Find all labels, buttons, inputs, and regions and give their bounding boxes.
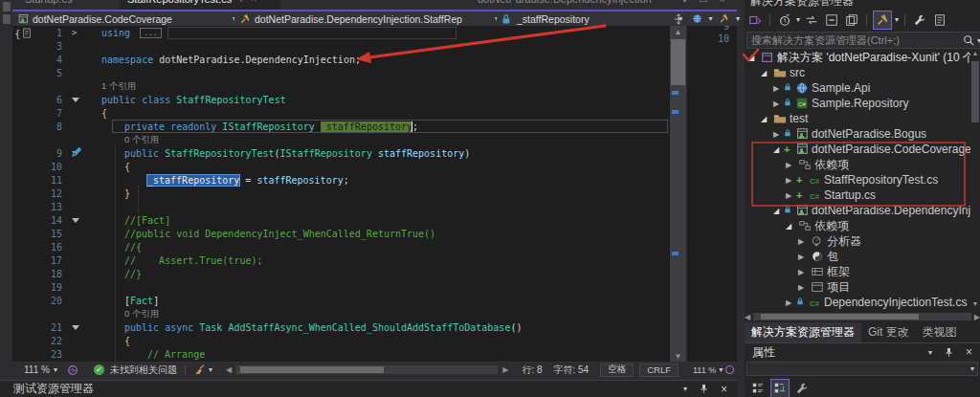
code-line[interactable]: 5	[12, 66, 670, 79]
tree-item[interactable]: ◢依赖项	[745, 218, 970, 233]
close-icon[interactable]: ×	[966, 345, 972, 359]
switch-views-icon[interactable]	[746, 11, 764, 29]
tree-collapse-arrow[interactable]: ◢	[773, 207, 784, 215]
code-line[interactable]: 10{	[12, 160, 670, 173]
spaces-toggle-button[interactable]: 空格	[600, 364, 634, 377]
health-message[interactable]: 未找到相关问题	[110, 364, 177, 377]
codelens-row[interactable]: 1 个引用	[12, 79, 670, 93]
close-icon[interactable]: ×	[719, 0, 724, 5]
line-ending-button[interactable]: CRLF	[639, 364, 679, 377]
tree-item[interactable]: ▶分析器	[745, 233, 970, 249]
tree-item[interactable]: ▶包	[745, 249, 970, 264]
code-line[interactable]: 13	[12, 200, 670, 213]
status-line[interactable]: 行: 8	[522, 364, 542, 377]
code-line[interactable]: 18//}	[12, 267, 670, 280]
split-code-editor[interactable]: 9 10	[687, 26, 737, 362]
codelens-references[interactable]: 1 个引用	[101, 80, 136, 93]
window-position-icon[interactable]: ▾	[683, 385, 687, 393]
code-editor[interactable]: { 1>using ...34namespace dotNetParadise.…	[12, 26, 670, 362]
open-files-filter-icon[interactable]	[776, 11, 793, 29]
breadcrumb-project-dropdown[interactable]: dotNetParadise.CodeCoverage ▾	[12, 11, 241, 26]
codelens-row[interactable]: 0 个引用	[12, 307, 670, 320]
tree-item[interactable]: ▶Sample.Api	[745, 80, 970, 96]
tree-item[interactable]: ▶项目	[745, 279, 970, 295]
file-health-indicator-icon[interactable]	[67, 364, 78, 376]
tree-expand-arrow[interactable]: ▶	[786, 176, 796, 185]
scrollbar-thumb[interactable]	[240, 366, 384, 373]
scrollbar-thumb[interactable]	[671, 39, 685, 85]
properties-icon[interactable]	[911, 11, 928, 29]
tree-item[interactable]: ▶C#Sample.Repository	[745, 96, 970, 111]
code-line[interactable]: 7{	[12, 106, 670, 120]
property-pages-icon[interactable]	[793, 380, 811, 397]
chevron-down-icon[interactable]: ▾	[708, 14, 712, 23]
editor-vertical-scrollbar[interactable]: ▲ ▼	[670, 26, 686, 362]
breadcrumb-member-dropdown[interactable]: _staffRepository ▾	[497, 11, 686, 26]
breadcrumb-type-dropdown[interactable]: dotNetParadise.DependencyInjection.Staff…	[234, 11, 503, 26]
tree-collapse-arrow[interactable]: ◢	[786, 222, 796, 231]
fold-closed-icon[interactable]: >	[72, 28, 87, 37]
tree-vertical-scrollbar[interactable]: ▲ ▼	[970, 50, 980, 310]
pin-icon[interactable]	[237, 0, 245, 5]
tree-expand-arrow[interactable]: ▶	[786, 191, 796, 200]
tree-expand-arrow[interactable]: ▶	[798, 268, 809, 276]
tree-horizontal-scrollbar[interactable]: ◀ ▶	[745, 312, 980, 321]
code-line[interactable]: 11_staffRepository = staffRepository;	[12, 173, 670, 187]
show-all-files-icon[interactable]	[843, 11, 860, 29]
tab-class-view[interactable]: 类视图	[916, 322, 964, 342]
status-column[interactable]: 字符: 54	[554, 364, 590, 377]
codelens-references[interactable]: 0 个引用	[124, 134, 159, 146]
tree-item[interactable]: ◢+dotNetParadise.CodeCoverage	[745, 142, 970, 157]
tree-item[interactable]: ◢dotNetParadise.DependencyInjection	[745, 203, 970, 218]
tree-item[interactable]: ◢src	[745, 65, 970, 80]
track-active-item-icon[interactable]	[873, 11, 892, 30]
sort-alphabetical-icon[interactable]	[770, 379, 790, 397]
scroll-down-arrow[interactable]: ▼	[670, 350, 686, 362]
tree-expand-arrow[interactable]: ▶	[773, 99, 784, 108]
collapsed-region-box[interactable]: ...	[140, 28, 161, 38]
fold-open-icon[interactable]	[72, 218, 87, 223]
close-icon[interactable]: ×	[251, 0, 256, 4]
test-explorer-bar[interactable]: 测试资源管理器 ▾ ×	[0, 380, 737, 397]
tab-overflow-controls[interactable]: ▾▭×	[682, 0, 724, 9]
code-line[interactable]: 22{	[12, 334, 670, 347]
scroll-down-arrow[interactable]: ▼	[970, 300, 980, 310]
tree-item[interactable]: ◢test	[745, 111, 970, 126]
pin-icon[interactable]	[700, 384, 708, 394]
code-line[interactable]: 21public async Task AddStaffAsync_WhenCa…	[12, 320, 670, 334]
tree-expand-arrow[interactable]: ▶	[798, 253, 809, 261]
scroll-up-arrow[interactable]: ▲	[670, 26, 686, 37]
code-line[interactable]: 9public StaffRepositoryTest(IStaffReposi…	[12, 146, 670, 160]
categorized-icon[interactable]	[749, 380, 767, 397]
code-line[interactable]: 8private readonly IStaffRepository _staf…	[12, 120, 670, 133]
member-mini-icon[interactable]	[718, 11, 731, 28]
scroll-left-arrow[interactable]: ◀	[745, 313, 750, 321]
sync-active-document-icon[interactable]	[803, 11, 820, 29]
document-tab[interactable]: StaffRepositoryTest.cs×	[120, 0, 280, 10]
code-line[interactable]: 16//{	[12, 240, 670, 254]
codelens-references[interactable]: 0 个引用	[124, 308, 159, 320]
collapse-all-icon[interactable]	[823, 11, 840, 29]
tab-solution-explorer[interactable]: 解决方案资源管理器	[745, 322, 861, 342]
tree-expand-arrow[interactable]: ▶	[786, 298, 796, 307]
tree-item[interactable]: ▶依赖项	[745, 157, 970, 172]
window-position-icon[interactable]: ▾	[928, 348, 932, 357]
scroll-left-arrow[interactable]: ◀	[226, 365, 232, 374]
codelens-row[interactable]: 0 个引用	[12, 133, 670, 146]
code-line[interactable]: 1>using ...	[12, 26, 670, 39]
chevron-down-icon[interactable]: ▾	[796, 15, 800, 24]
fold-open-icon[interactable]	[72, 98, 87, 102]
code-line[interactable]: 4namespace dotNetParadise.DependencyInje…	[12, 53, 670, 66]
tree-expand-arrow[interactable]: ▶	[798, 283, 809, 292]
properties-title-bar[interactable]: 属性 ▾ ×	[745, 343, 980, 361]
chevron-down-icon[interactable]: ▾	[682, 0, 687, 5]
tab-git-changes[interactable]: Git 更改	[861, 322, 916, 342]
chevron-down-icon[interactable]: ▾	[895, 15, 899, 24]
tree-collapse-arrow[interactable]: ◢	[748, 54, 759, 62]
tree-item[interactable]: ▶+C#StaffRepositoryTest.cs	[745, 172, 970, 187]
tree-expand-arrow[interactable]: ▶	[798, 237, 809, 246]
code-line[interactable]: 15//public void DependencyInject_WhenCal…	[12, 227, 670, 240]
tree-item[interactable]: ▶C#DependencyInjectionTest.cs	[745, 295, 970, 310]
close-icon[interactable]: ×	[721, 383, 727, 396]
tree-expand-arrow[interactable]: ▶	[773, 130, 784, 139]
